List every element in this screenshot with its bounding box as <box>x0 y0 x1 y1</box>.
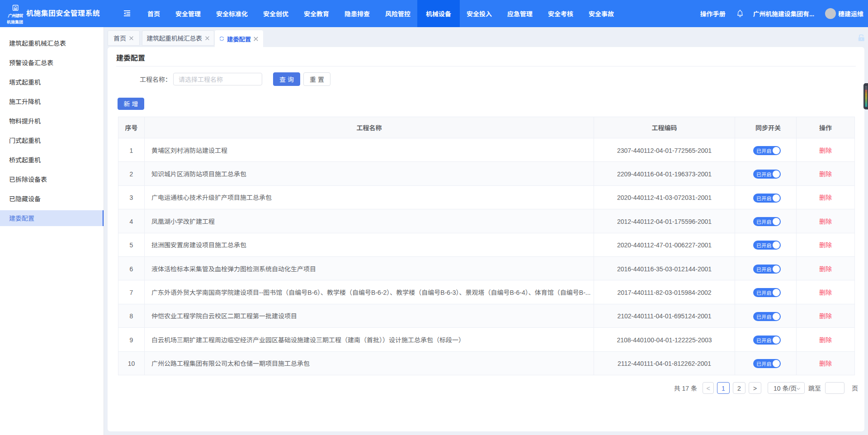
svg-text:广州建筑: 广州建筑 <box>8 13 24 19</box>
svg-text:机施集团: 机施集团 <box>7 19 23 24</box>
